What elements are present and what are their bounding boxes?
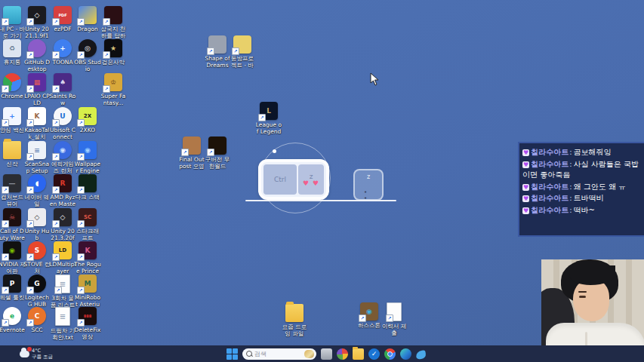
subscriber-heart-badge-icon: ♥ <box>522 184 529 191</box>
chrome-icon[interactable] <box>384 348 396 360</box>
desktop-icon[interactable]: ↗Chrome <box>0 73 26 100</box>
desktop-icon[interactable]: ↗삼국지 천하를 탐하다 <box>100 6 127 40</box>
chat-username: 칠라수아트 <box>531 148 569 156</box>
desktop-icon[interactable]: L↗League of Legends <box>255 102 282 136</box>
desktop-icon-tile <box>3 141 21 159</box>
taskbar-weather-widget[interactable]: 4°C 구름 조금 <box>20 348 53 360</box>
desktop-icon-label: NVIDIA 제어판 <box>0 261 26 275</box>
desktop-icon[interactable]: ◉↗NVIDIA 제어판 <box>0 241 26 275</box>
desktop-icon-label: 동방프로젝트 - 바로 가기 <box>229 55 256 69</box>
desktop-icon[interactable]: ♔↗Super Fantasy... <box>100 73 127 106</box>
shortcut-arrow-icon: ↗ <box>77 153 85 161</box>
desktop-icon[interactable]: ↗Shape of Dreams <box>204 35 231 69</box>
desktop-icon-label: 캡처보드 뷰어 <box>0 194 26 207</box>
desktop-icon[interactable]: ↗Dragon <box>74 6 101 32</box>
desktop-icon[interactable]: M↗MiniRobot Asterium <box>74 275 101 308</box>
desktop-icon-label: Chrome <box>0 93 26 100</box>
desktop-icon[interactable]: ◉↗하스스톤 <box>356 302 383 329</box>
shortcut-arrow-icon: ↗ <box>52 220 60 228</box>
desktop-icon[interactable]: ◇↗Unity Hub <box>23 208 51 241</box>
desktop-icon[interactable]: +↗TOONA <box>49 39 76 66</box>
desktop-icon[interactable]: ≡↗3회차 물품 리스트 <box>49 275 76 308</box>
shortcut-arrow-icon: ↗ <box>52 153 60 161</box>
shortcut-arrow-icon: ↗ <box>2 186 9 194</box>
desktop-icon[interactable]: ↗Final Outpost 오염판 <box>178 137 205 170</box>
desktop-icon[interactable]: ◉↗에픽게임즈 런처 <box>49 141 76 174</box>
desktop-icon[interactable]: ♠↗Saints Row <box>49 73 76 106</box>
desktop-icon[interactable]: ↗GitHub Desktop <box>23 39 51 72</box>
desktop-icon[interactable]: ◖↗네이버 웨일 <box>23 174 51 207</box>
desktop-icon[interactable]: U↗Ubisoft Connect <box>49 107 76 140</box>
chat-message: ♥칠라수아트:트바떡비 <box>522 193 641 204</box>
desktop-icon[interactable]: ★↗검은사막 <box>100 39 127 66</box>
desktop-icon-label: Super Fantasy... <box>100 93 127 106</box>
desktop-icon-tile: ↗ <box>387 302 402 321</box>
desktop-icon[interactable]: ↗동방프로젝트 - 바로 가기 <box>229 35 256 69</box>
heart-icons: ♥ ♥ <box>303 180 319 187</box>
desktop-icon-label: LDMultiplayer <box>49 261 76 275</box>
taskbar-search-box[interactable]: 검색 <box>242 348 316 360</box>
desktop-icon[interactable]: R↗AMD Ryzen Master <box>49 174 76 208</box>
desktop-icon-label: 스타크래프트 <box>74 228 101 241</box>
taskbar-check-app-icon[interactable]: ✓ <box>368 348 380 360</box>
desktop-icon[interactable]: PDF↗ezPDF <box>49 6 76 32</box>
desktop-icon[interactable]: 신작 <box>0 141 26 167</box>
webcam-person-eyebrow <box>578 291 587 293</box>
edge-icon[interactable] <box>400 348 411 360</box>
desktop-icon[interactable]: ≡↗ScanSnap Setup <box>23 141 51 174</box>
desktop-icon[interactable]: S↗STOVE 런처 <box>23 241 51 275</box>
taskbar-app-window-icon[interactable] <box>321 348 332 360</box>
file-explorer-icon[interactable] <box>353 348 364 360</box>
desktop-icon[interactable]: ↗구버전 무한월드 <box>204 137 231 170</box>
shortcut-arrow-icon: ↗ <box>359 314 366 322</box>
desktop-icon[interactable]: K↗The Rogue Prince of... <box>74 241 101 275</box>
shortcut-arrow-icon: ↗ <box>26 51 34 59</box>
desktop-icon[interactable]: G↗Logitech G HUB <box>23 275 51 308</box>
desktop-icon[interactable]: —↗캡처보드 뷰어 <box>0 174 26 207</box>
desktop-icon[interactable]: ▦↗LPAIO CPLD <box>23 73 51 106</box>
desktop-icon[interactable]: e↗Evernote <box>0 307 26 333</box>
shortcut-arrow-icon: ↗ <box>26 287 34 294</box>
webcam-person-eye <box>579 296 586 298</box>
desktop-icon[interactable]: 요즘 드로잉 파일 <box>281 304 308 337</box>
chat-message-text: 트바떡비 <box>574 194 604 202</box>
desktop-icon[interactable]: ◇↗Unity 2021.3.20f1 <box>49 208 76 242</box>
desktop-icon-tile: +↗ <box>3 107 21 125</box>
desktop-icon[interactable]: ◉↗Wallpaper Engine <box>74 141 101 174</box>
desktop-icon-tile: ↗ <box>79 6 97 24</box>
chat-username: 칠라수아트 <box>531 206 569 214</box>
desktop-icon[interactable]: ≡드림차 기획안.txt <box>49 307 76 341</box>
shortcut-arrow-icon: ↗ <box>26 220 34 228</box>
desktop-icon[interactable]: SC↗스타크래프트 <box>74 208 101 241</box>
chat-message: ♥칠라수아트:곰보해줘잉 <box>522 147 641 158</box>
desktop-icon-label: 네이버 웨일 <box>23 194 51 207</box>
desktop-icon-label: 드림차 기획안.txt <box>49 327 76 341</box>
desktop-icon[interactable]: ↗내 PC - 바로 가기 <box>0 6 26 39</box>
desktop-icon[interactable]: 2X↗2XKO <box>74 107 101 133</box>
twitter-bird-icon[interactable] <box>415 350 426 360</box>
desktop-icon[interactable]: +↗안심 백신 <box>0 107 26 133</box>
desktop-icon-tile: ↗ <box>79 174 97 192</box>
desktop-icon[interactable]: ↗이력서 제출 <box>381 302 408 336</box>
desktop-icon[interactable]: C↗SCC <box>23 307 51 333</box>
desktop-icon[interactable]: P↗픽셀 툴킷 <box>0 275 26 301</box>
shortcut-arrow-icon: ↗ <box>103 18 110 26</box>
desktop-icon[interactable]: K↗KakaoTalk_설치 <box>23 107 51 140</box>
desktop-icon[interactable]: ◎↗OBS Studio <box>74 39 101 72</box>
desktop-icon[interactable]: ☠↗Call of Duty Warehouse <box>0 208 26 242</box>
desktop-icon[interactable]: ↗다크 스택 <box>74 174 101 201</box>
desktop-icon-tile: ↗ <box>104 6 122 24</box>
desktop-icon[interactable]: LD↗LDMultiplayer <box>49 241 76 275</box>
desktop-icon[interactable]: ♻휴지통 <box>0 39 26 66</box>
key-combo-display: Ctrl z ♥ ♥ <box>258 159 329 200</box>
shortcut-arrow-icon: ↗ <box>26 153 34 161</box>
desktop-icon[interactable]: 888↗DeleteFix 영상 <box>74 307 101 340</box>
desktop-icon-label: 내 PC - 바로 가기 <box>0 26 26 39</box>
desktop-icon-tile: ◎↗ <box>79 39 97 57</box>
shortcut-arrow-icon: ↗ <box>26 186 34 194</box>
desktop-icon-label: 다크 스택 <box>74 194 101 201</box>
shortcut-arrow-icon: ↗ <box>77 51 85 59</box>
desktop-icon[interactable]: ◇↗Unity 2021.1.9f1 <box>23 6 51 39</box>
start-button[interactable] <box>226 348 238 360</box>
taskbar-pinwheel-app-icon[interactable] <box>337 348 348 360</box>
